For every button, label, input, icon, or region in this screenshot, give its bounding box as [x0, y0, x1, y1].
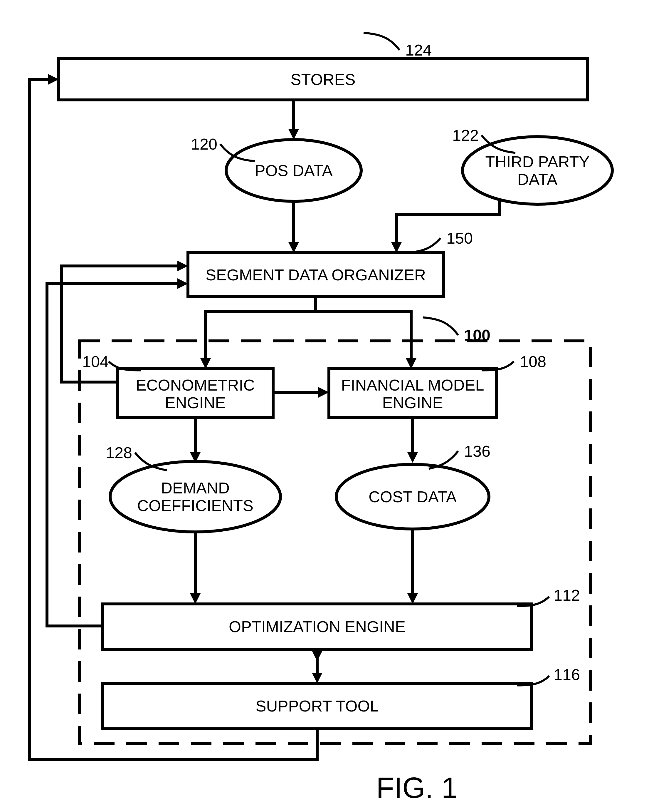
demand-label2: COEFFICIENTS — [137, 497, 253, 514]
demand-label1: DEMAND — [161, 479, 230, 497]
ref-124: 124 — [405, 41, 432, 59]
ref-112: 112 — [553, 586, 580, 604]
support-label: SUPPORT TOOL — [256, 697, 379, 715]
ref-128: 128 — [106, 444, 132, 461]
arrow-segment-to-fin — [316, 297, 411, 363]
ref-116: 116 — [553, 665, 580, 683]
ref-108: 108 — [520, 353, 546, 370]
diagram-canvas: 100 STORES 124 POS DATA 120 THIRD PARTY … — [0, 0, 649, 812]
arrow-segment-to-econ — [206, 297, 316, 363]
ref-150: 150 — [446, 229, 473, 247]
leader-124 — [364, 33, 399, 50]
ref-120: 120 — [191, 135, 217, 153]
econometric-label1: ECONOMETRIC — [136, 376, 255, 394]
financial-label1: FINANCIAL MODEL — [341, 376, 484, 394]
econometric-label2: ENGINE — [165, 394, 225, 411]
ref-136: 136 — [464, 442, 491, 460]
optimization-label: OPTIMIZATION ENGINE — [229, 618, 405, 635]
leader-100 — [423, 317, 458, 335]
ref-122: 122 — [452, 127, 479, 144]
leader-150 — [408, 238, 440, 253]
segment-organizer-label: SEGMENT DATA ORGANIZER — [206, 266, 426, 284]
ref-104: 104 — [82, 353, 109, 370]
figure-caption: FIG. 1 — [376, 771, 458, 804]
third-party-label2: DATA — [518, 171, 558, 188]
stores-label: STORES — [291, 70, 355, 88]
financial-label2: ENGINE — [382, 394, 443, 411]
pos-data-label: POS DATA — [254, 162, 332, 179]
ref-100: 100 — [464, 326, 491, 344]
cost-label: COST DATA — [369, 488, 457, 505]
third-party-label1: THIRD PARTY — [485, 153, 590, 171]
